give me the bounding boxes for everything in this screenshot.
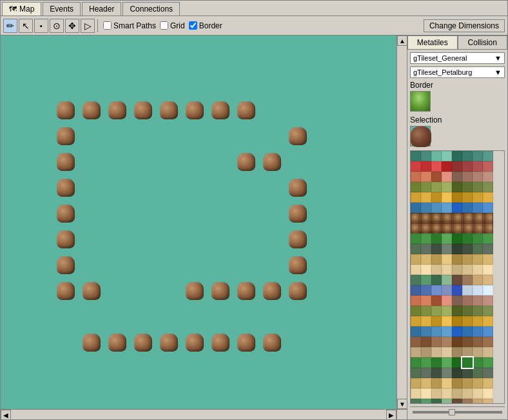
tileset-cell-15-5[interactable] [462,306,473,316]
tileset-cell-9-4[interactable] [452,244,462,254]
tileset-cell-15-1[interactable] [421,306,431,316]
change-dimensions-button[interactable]: Change Dimensions [424,19,505,32]
tileset-cell-14-6[interactable] [473,295,483,306]
tileset-cell-19-0[interactable] [411,347,421,357]
tileset-cell-17-4[interactable] [452,326,462,337]
tileset-cell-3-1[interactable] [421,182,431,192]
tileset-cell-20-4[interactable] [452,357,462,368]
tileset-cell-7-5[interactable] [462,223,473,234]
tileset-cell-21-0[interactable] [411,368,421,378]
tileset-cell-4-5[interactable] [462,192,473,203]
map-canvas[interactable] [1,35,396,409]
tileset-cell-22-2[interactable] [431,378,442,388]
tileset-cell-18-1[interactable] [421,337,431,347]
tileset-cell-23-7[interactable] [483,388,493,399]
tileset-cell-3-7[interactable] [483,182,493,192]
tileset-cell-4-0[interactable] [411,192,421,203]
tileset-cell-24-5[interactable] [462,399,473,403]
tileset-cell-4-6[interactable] [473,192,483,203]
tileset-cell-23-6[interactable] [473,388,483,399]
tileset-cell-14-3[interactable] [442,295,452,306]
smart-paths-checkbox-label[interactable]: Smart Paths [103,21,156,30]
tileset-cell-0-7[interactable] [483,151,493,161]
tileset-cell-2-6[interactable] [473,172,483,182]
tileset-cell-19-4[interactable] [452,347,462,357]
tileset-cell-5-7[interactable] [483,203,493,213]
tileset-cell-16-4[interactable] [452,316,462,326]
tileset-cell-13-3[interactable] [442,285,452,295]
tileset-cell-21-2[interactable] [431,368,442,378]
tileset-cell-8-5[interactable] [462,234,473,244]
tileset-cell-22-4[interactable] [452,378,462,388]
tileset-cell-15-6[interactable] [473,306,483,316]
tileset-cell-3-2[interactable] [431,182,442,192]
tileset-cell-8-3[interactable] [442,234,452,244]
tileset-cell-20-0[interactable] [411,357,421,368]
tileset-cell-18-2[interactable] [431,337,442,347]
tileset-cell-18-4[interactable] [452,337,462,347]
tileset-cell-5-0[interactable] [411,203,421,213]
tileset2-dropdown[interactable]: gTileset_Petalburg ▼ [410,66,505,78]
h-scroll-track[interactable] [11,410,386,419]
tileset-cell-0-2[interactable] [431,151,442,161]
tileset-cell-8-0[interactable] [411,234,421,244]
tileset-cell-13-0[interactable] [411,285,421,295]
tileset-cell-22-0[interactable] [411,378,421,388]
tileset-cell-2-1[interactable] [421,172,431,182]
tileset-cell-23-4[interactable] [452,388,462,399]
tileset-cell-11-4[interactable] [452,265,462,275]
tileset-cell-7-0[interactable] [411,223,421,234]
tileset-cell-0-0[interactable] [411,151,421,161]
tileset-cell-6-7[interactable] [483,213,493,223]
border-checkbox[interactable] [189,21,197,30]
tileset-cell-13-6[interactable] [473,285,483,295]
tileset-cell-5-1[interactable] [421,203,431,213]
tileset-cell-16-3[interactable] [442,316,452,326]
tileset-cell-9-6[interactable] [473,244,483,254]
tileset-cell-11-3[interactable] [442,265,452,275]
tileset-cell-4-4[interactable] [452,192,462,203]
tileset-cell-4-3[interactable] [442,192,452,203]
eyedrop-tool-btn[interactable]: ⊙ [50,19,64,33]
tileset1-dropdown[interactable]: gTileset_General ▼ [410,52,505,64]
tileset-cell-2-0[interactable] [411,172,421,182]
tileset-cell-21-4[interactable] [452,368,462,378]
fill-tool-btn[interactable]: ▪ [34,19,48,33]
tileset-cell-11-5[interactable] [462,265,473,275]
tileset-cell-23-1[interactable] [421,388,431,399]
tileset-cell-10-6[interactable] [473,254,483,265]
tileset-cell-15-0[interactable] [411,306,421,316]
tileset-cell-11-6[interactable] [473,265,483,275]
tileset-cell-1-4[interactable] [452,161,462,172]
tileset-cell-15-2[interactable] [431,306,442,316]
tileset-cell-17-2[interactable] [431,326,442,337]
tileset-cell-19-5[interactable] [462,347,473,357]
tileset-cell-10-1[interactable] [421,254,431,265]
tab-metatiles[interactable]: Metatiles [407,35,458,49]
tileset-cell-7-2[interactable] [431,223,442,234]
tileset-cell-5-4[interactable] [452,203,462,213]
tileset-cell-16-1[interactable] [421,316,431,326]
tileset-cell-8-4[interactable] [452,234,462,244]
tileset-cell-10-4[interactable] [452,254,462,265]
tileset-cell-1-7[interactable] [483,161,493,172]
tileset-cell-7-6[interactable] [473,223,483,234]
tileset-cell-6-4[interactable] [452,213,462,223]
tileset-cell-0-6[interactable] [473,151,483,161]
tileset-cell-18-7[interactable] [483,337,493,347]
tileset-cell-19-3[interactable] [442,347,452,357]
tileset-cell-9-1[interactable] [421,244,431,254]
tileset-cell-18-3[interactable] [442,337,452,347]
tileset-cell-1-5[interactable] [462,161,473,172]
tileset-cell-17-5[interactable] [462,326,473,337]
tileset-cell-16-7[interactable] [483,316,493,326]
tileset-cell-12-7[interactable] [483,275,493,285]
tileset-cell-20-5[interactable] [462,357,473,368]
tileset-cell-4-2[interactable] [431,192,442,203]
tileset-cell-2-4[interactable] [452,172,462,182]
tab-map[interactable]: 🗺 Map [2,2,41,15]
tileset-cell-19-6[interactable] [473,347,483,357]
tileset-cell-2-3[interactable] [442,172,452,182]
tileset-cell-22-6[interactable] [473,378,483,388]
tileset-cell-17-1[interactable] [421,326,431,337]
